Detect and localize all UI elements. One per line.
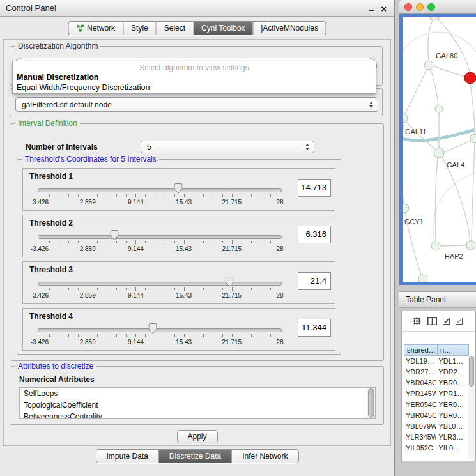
- network-node[interactable]: [431, 242, 440, 250]
- threshold-value-box[interactable]: 6.316: [298, 226, 331, 243]
- network-node[interactable]: [470, 134, 476, 143]
- tab-style[interactable]: Style: [123, 22, 156, 35]
- network-node[interactable]: [466, 241, 475, 250]
- slider-thumb[interactable]: [174, 183, 183, 194]
- table-row[interactable]: YBR045CYBR0…: [404, 410, 467, 421]
- network-edge[interactable]: [442, 157, 470, 241]
- minimize-traffic-light[interactable]: [416, 3, 424, 11]
- list-item[interactable]: TopologicalCoefficient: [20, 399, 375, 411]
- table-row[interactable]: YDL19…YDL1…: [404, 356, 467, 367]
- network-node[interactable]: [435, 105, 443, 112]
- table-scrollbar[interactable]: [468, 356, 475, 459]
- network-edge[interactable]: [470, 84, 475, 134]
- threshold-slider[interactable]: -3.4262.8599.14415.4321.71528: [29, 185, 290, 210]
- threshold-value-box[interactable]: 21.4: [298, 272, 331, 290]
- slider-tick: [270, 334, 271, 337]
- slider-thumb[interactable]: [226, 277, 234, 287]
- tab-impute-data[interactable]: Impute Data: [96, 450, 158, 463]
- numeric-attributes-list[interactable]: SelfLoopsTopologicalCoefficientBetweenne…: [19, 387, 376, 419]
- network-edge[interactable]: [444, 141, 471, 152]
- network-node[interactable]: [424, 61, 433, 70]
- table-data-combobox-value: galFiltered.sif default node: [22, 100, 112, 109]
- select-all-check-icon[interactable]: [443, 318, 450, 325]
- slider-tick: [68, 288, 69, 290]
- network-node[interactable]: [464, 72, 476, 84]
- slider-tick: [135, 240, 136, 244]
- table-cell: YBR0…: [436, 410, 467, 421]
- network-edge[interactable]: [428, 17, 434, 61]
- network-node[interactable]: [429, 17, 440, 20]
- table-row[interactable]: YIL052CYIL0…: [404, 443, 467, 454]
- columns-icon[interactable]: [427, 317, 437, 325]
- slider-tick: [242, 334, 242, 337]
- table-row[interactable]: YER054CYER0…: [404, 399, 467, 410]
- slider-track[interactable]: -3.4262.8599.14415.4321.71528: [40, 185, 280, 210]
- table-row[interactable]: YPR145WYPR1…: [404, 388, 467, 399]
- slider-tick: [126, 288, 127, 290]
- threshold-slider[interactable]: -3.4262.8599.14415.4321.71528: [29, 232, 290, 256]
- slider-tick: [126, 241, 127, 243]
- network-window: GAL80GAL11GAL4GCY1HAP2: [399, 0, 476, 285]
- network-edge[interactable]: [405, 69, 427, 114]
- table-row[interactable]: YBL079WYBL0…: [404, 421, 467, 432]
- tab-infer-network[interactable]: Infer Network: [231, 450, 298, 463]
- column-header-shared-name[interactable]: shared…: [404, 344, 438, 356]
- apply-button[interactable]: Apply: [177, 430, 218, 443]
- table-row[interactable]: YBR043CYBR0…: [404, 378, 467, 388]
- table-panel-header[interactable]: Table Panel: [399, 291, 476, 308]
- close-traffic-light[interactable]: [404, 3, 412, 11]
- algorithm-option-manual[interactable]: Manual Discretization: [13, 72, 376, 82]
- threshold-value-box[interactable]: 11.344: [298, 319, 331, 337]
- slider-track[interactable]: -3.4262.8599.14415.4321.71528: [40, 279, 280, 303]
- network-node[interactable]: [418, 275, 427, 282]
- network-edge[interactable]: [440, 245, 466, 246]
- zoom-traffic-light[interactable]: [427, 3, 435, 11]
- close-window-icon[interactable]: ×: [381, 4, 387, 13]
- network-edge[interactable]: [431, 69, 438, 105]
- table-cell: YPR1…: [436, 388, 467, 399]
- network-edge[interactable]: [403, 123, 404, 204]
- network-edge[interactable]: [435, 158, 438, 242]
- threshold-slider[interactable]: -3.4262.8599.14415.4321.71528: [29, 279, 290, 303]
- list-scrollbar[interactable]: [367, 388, 375, 418]
- slider-tick: [270, 288, 271, 290]
- table-data-combobox[interactable]: galFiltered.sif default node: [15, 97, 378, 112]
- slider-tick: [78, 194, 79, 197]
- slider-tick: [145, 241, 146, 243]
- network-node[interactable]: [434, 148, 444, 158]
- tab-jactivemnodules[interactable]: jActiveMNodules: [253, 22, 326, 35]
- slider-thumb[interactable]: [148, 323, 157, 334]
- slider-thumb[interactable]: [110, 230, 118, 240]
- list-item[interactable]: BetweennessCentrality: [20, 411, 375, 419]
- slider-track[interactable]: -3.4262.8599.14415.4321.71528: [40, 325, 280, 349]
- network-node[interactable]: [403, 114, 408, 123]
- tab-select[interactable]: Select: [156, 22, 193, 35]
- network-node[interactable]: [403, 204, 409, 213]
- network-edge[interactable]: [472, 143, 475, 241]
- float-window-icon[interactable]: [369, 6, 374, 11]
- select-none-check-icon[interactable]: [456, 318, 463, 325]
- list-item[interactable]: SelfLoops: [20, 388, 375, 399]
- threshold-value-box[interactable]: 14.713: [298, 179, 331, 197]
- slider-tick: [251, 194, 252, 197]
- control-panel-tabs: Network Style Select Cyni Toolbox jActiv…: [68, 21, 326, 35]
- table-row[interactable]: YLR345WYLR3…: [404, 432, 467, 443]
- scrollbar-thumb[interactable]: [368, 388, 374, 418]
- network-edge[interactable]: [433, 66, 464, 77]
- slider-track[interactable]: -3.4262.8599.14415.4321.71528: [40, 232, 280, 256]
- tab-network[interactable]: Network: [68, 22, 123, 35]
- threshold-slider[interactable]: -3.4262.8599.14415.4321.71528: [29, 325, 290, 349]
- scrollbar-thumb[interactable]: [469, 356, 474, 387]
- table-row[interactable]: YDR27…YDR2…: [404, 367, 467, 378]
- network-canvas-svg[interactable]: GAL80GAL11GAL4GCY1HAP2: [403, 17, 476, 282]
- network-node-label: GCY1: [404, 218, 424, 226]
- column-header-name[interactable]: n…: [437, 344, 469, 356]
- gear-icon[interactable]: [412, 316, 422, 326]
- tab-cyni-toolbox[interactable]: Cyni Toolbox: [193, 22, 252, 35]
- number-of-intervals-combobox[interactable]: 5: [141, 141, 314, 153]
- network-edge[interactable]: [436, 17, 470, 72]
- slider-tick: [242, 194, 242, 197]
- tab-discretize-data[interactable]: Discretize Data: [158, 450, 231, 463]
- network-edge[interactable]: [406, 122, 434, 149]
- algorithm-option-equal-width[interactable]: Equal Width/Frequency Discretization: [13, 82, 376, 93]
